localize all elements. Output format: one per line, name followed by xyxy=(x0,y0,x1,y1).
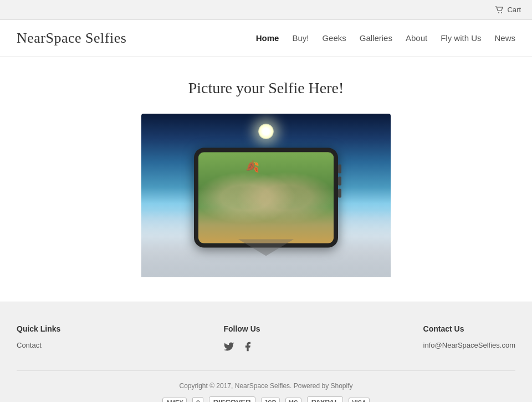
phone-wrapper: 🍂 xyxy=(194,147,338,247)
cart-label: Cart xyxy=(507,6,521,14)
contact-email: info@NearSpaceSelfies.com xyxy=(423,341,515,349)
footer-bottom: Copyright © 2017, NearSpace Selfies. Pow… xyxy=(17,370,515,402)
phone-shadow xyxy=(238,239,294,256)
follow-us-heading: Follow Us xyxy=(223,324,260,333)
nav-galleries[interactable]: Galleries xyxy=(360,33,392,43)
facebook-link[interactable] xyxy=(242,341,253,354)
main-content: Picture your Selfie Here! 🍂 xyxy=(0,57,532,302)
quick-links-heading: Quick Links xyxy=(17,324,60,333)
footer-contact-link[interactable]: Contact xyxy=(17,341,60,349)
hero-image: 🍂 xyxy=(141,114,391,277)
svg-point-0 xyxy=(498,12,499,13)
main-nav: Home Buy! Geeks Galleries About Fly with… xyxy=(256,33,515,43)
svg-point-1 xyxy=(501,12,502,13)
nav-buy[interactable]: Buy! xyxy=(292,33,309,43)
social-icons xyxy=(223,341,260,354)
side-button-2 xyxy=(338,176,341,185)
payment-amex: AMEX xyxy=(162,398,187,403)
payment-diners: ◇ xyxy=(192,397,203,402)
contact-us-heading: Contact Us xyxy=(423,324,515,333)
copyright-text: Copyright © 2017, NearSpace Selfies. Pow… xyxy=(17,382,515,390)
footer-quick-links: Quick Links Contact xyxy=(17,324,60,354)
site-footer: Quick Links Contact Follow Us xyxy=(0,302,532,402)
nav-home[interactable]: Home xyxy=(256,33,279,43)
nav-geeks[interactable]: Geeks xyxy=(322,33,346,43)
cart-link[interactable]: Cart xyxy=(495,6,521,14)
nav-news[interactable]: News xyxy=(494,33,515,43)
footer-follow-us: Follow Us xyxy=(223,324,260,354)
top-bar: Cart xyxy=(0,0,532,20)
twitter-link[interactable] xyxy=(223,341,234,354)
facebook-icon xyxy=(242,341,253,352)
phone-side-buttons xyxy=(338,164,341,197)
cart-icon xyxy=(495,6,504,14)
payment-mastercard: MC xyxy=(285,398,301,403)
payment-discover: DISCOVER xyxy=(209,396,255,402)
payment-paypal: PayPal xyxy=(307,396,344,402)
footer-top: Quick Links Contact Follow Us xyxy=(17,324,515,354)
side-button-3 xyxy=(338,189,341,197)
nav-fly-with-us[interactable]: Fly with Us xyxy=(441,33,481,43)
side-button-1 xyxy=(338,164,341,173)
site-title[interactable]: NearSpace Selfies xyxy=(17,30,126,47)
payment-icons: AMEX ◇ DISCOVER JCB MC PayPal VISA xyxy=(17,396,515,402)
footer-contact-us: Contact Us info@NearSpaceSelfies.com xyxy=(423,324,515,354)
twitter-icon xyxy=(223,341,234,352)
sun-element xyxy=(258,124,274,139)
payment-jcb: JCB xyxy=(261,398,280,403)
phone: 🍂 xyxy=(194,147,338,247)
site-header: NearSpace Selfies Home Buy! Geeks Galler… xyxy=(0,20,532,57)
children-photo: 🍂 xyxy=(198,152,334,243)
phone-screen: 🍂 xyxy=(198,152,334,243)
payment-visa: VISA xyxy=(349,398,370,403)
page-heading: Picture your Selfie Here! xyxy=(11,79,521,97)
nav-about[interactable]: About xyxy=(406,33,427,43)
leaf-icon: 🍂 xyxy=(245,160,258,171)
